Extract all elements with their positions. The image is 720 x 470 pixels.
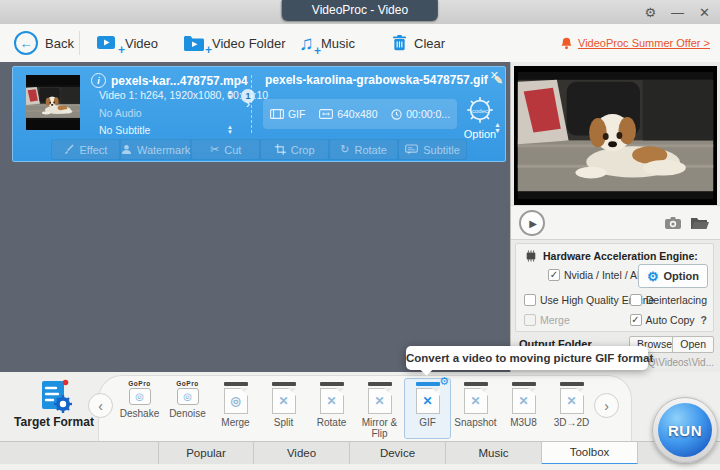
tab-crop[interactable]: Crop	[261, 140, 328, 159]
top-toolbar: ← Back + Video + Video Folder ♫ + Music …	[0, 24, 720, 63]
add-video-button[interactable]: + Video	[96, 24, 158, 62]
gopro-camera-icon: ◎	[129, 388, 151, 405]
subtitle-icon	[405, 144, 418, 155]
settings-gear-icon[interactable]: ⚙	[644, 5, 656, 20]
auto-copy-help[interactable]: ?	[701, 314, 707, 326]
output-info-pill: GIF 640x480 00:00:0...	[263, 99, 457, 129]
gif-tooltip: Convert a video to moving picture GIF fo…	[406, 346, 648, 370]
add-music-button[interactable]: ♫ + Music	[299, 24, 355, 62]
output-file-name: pexels-karolina-grabowska-5478757.gif	[265, 73, 488, 87]
scissors-icon: ✂	[210, 144, 219, 155]
video-track-spinner[interactable]: ▲▼	[227, 90, 233, 100]
bell-icon	[560, 36, 573, 51]
subtitle-track-info: No Subtitle	[99, 124, 150, 136]
open-button[interactable]: Open	[672, 336, 714, 353]
tool-gif[interactable]: ⚙ ✕ GIF	[404, 378, 451, 439]
merge-label: Merge	[540, 314, 570, 326]
effect-brush-icon	[63, 144, 74, 155]
resolution-group: 640x480	[319, 108, 377, 120]
edit-tab-strip: Effect Watermark ✂ Cut Crop ↻ Rotate Sub…	[51, 139, 467, 160]
tool-denoise[interactable]: GoPro ◎ Denoise	[164, 378, 211, 439]
watermark-person-icon	[121, 144, 132, 155]
tool-3d-2d[interactable]: ✕ 3D→2D	[548, 378, 595, 439]
tool-snapshot[interactable]: ✕ Snapshot	[452, 378, 499, 439]
clear-label: Clear	[414, 36, 445, 51]
add-video-folder-button[interactable]: + Video Folder	[183, 24, 285, 62]
preview-controls: ▶	[511, 205, 720, 240]
tools-page-icon: ✕	[272, 388, 296, 414]
chevron-right-icon: ›	[246, 97, 250, 111]
audio-track-info: No Audio	[99, 107, 142, 119]
deinterlacing-checkbox-row[interactable]: Deinterlacing	[630, 294, 707, 306]
tab-music[interactable]: Music	[446, 442, 542, 465]
source-output-divider	[251, 75, 252, 133]
gpu-checkbox[interactable]	[548, 269, 560, 281]
subtitle-track-spinner[interactable]: ▲▼	[227, 125, 233, 135]
tab-subtitle[interactable]: Subtitle	[399, 140, 466, 159]
info-icon[interactable]: i	[91, 73, 106, 88]
tab-toolbox[interactable]: Toolbox	[542, 442, 638, 465]
trash-icon	[392, 34, 407, 52]
clear-button[interactable]: Clear	[392, 24, 445, 62]
rename-pencil-icon[interactable]: ✎	[494, 74, 503, 87]
minimize-icon[interactable]: —	[671, 5, 684, 20]
target-format-button[interactable]: Target Format	[12, 377, 96, 429]
tab-device[interactable]: Device	[350, 442, 446, 465]
auto-copy-checkbox[interactable]	[630, 314, 642, 326]
back-button[interactable]: ← Back	[14, 24, 74, 62]
output-duration: 00:00:0...	[406, 108, 450, 120]
title-bar: VideoProc - Video ⚙ — ✕	[0, 0, 720, 25]
tab-effect[interactable]: Effect	[52, 140, 119, 159]
hw-option-button[interactable]: ⚙ Option	[638, 264, 708, 288]
scroll-left-button[interactable]: ‹	[88, 393, 113, 418]
run-button[interactable]: RUN	[652, 397, 718, 463]
deinterlacing-label: Deinterlacing	[646, 294, 707, 306]
film-icon	[270, 109, 284, 119]
crop-icon	[275, 144, 286, 155]
tool-deshake[interactable]: GoPro ◎ Deshake	[116, 378, 163, 439]
codec-gear-icon: codec	[463, 93, 497, 127]
tool-rotate[interactable]: ✕ Rotate	[308, 378, 355, 439]
merge-page-icon: ◎	[224, 388, 248, 414]
summer-offer-link[interactable]: VideoProc Summer Offer >	[560, 24, 710, 62]
source-file-name: pexels-kar...478757.mp4	[111, 74, 248, 88]
auto-copy-checkbox-row[interactable]: Auto Copy ?	[630, 314, 707, 326]
tab-popular[interactable]: Popular	[158, 442, 254, 465]
tools-page-icon: ✕	[560, 388, 584, 414]
close-icon[interactable]: ✕	[699, 5, 710, 20]
option-gear-icon: ⚙	[647, 270, 659, 283]
scroll-right-button[interactable]: ›	[594, 393, 619, 418]
tab-cut[interactable]: ✂ Cut	[192, 140, 259, 159]
play-button[interactable]: ▶	[519, 210, 545, 236]
tool-mirror-flip[interactable]: ✕ Mirror & Flip	[356, 378, 403, 439]
media-list-area: ✕ i pexels-kar...478757.mp4 Video 1: h26…	[0, 62, 510, 372]
reorder-arrows[interactable]: ▲▼	[494, 122, 501, 134]
output-format: GIF	[288, 108, 306, 120]
media-file-card[interactable]: ✕ i pexels-kar...478757.mp4 Video 1: h26…	[12, 66, 506, 162]
deinterlacing-checkbox[interactable]	[630, 294, 642, 306]
tools-page-icon: ✕	[368, 388, 392, 414]
output-resolution: 640x480	[337, 108, 377, 120]
tab-video[interactable]: Video	[254, 442, 350, 465]
chip-icon	[524, 250, 538, 262]
tools-page-icon: ✕	[416, 388, 440, 414]
hw-option-label: Option	[664, 270, 699, 282]
bottom-strip	[0, 464, 720, 470]
svg-text:codec: codec	[472, 108, 488, 114]
tab-rotate[interactable]: ↻ Rotate	[330, 140, 397, 159]
tools-page-icon: ✕	[464, 388, 488, 414]
tool-m3u8[interactable]: ✕ M3U8	[500, 378, 547, 439]
open-folder-icon[interactable]	[690, 216, 710, 230]
snapshot-camera-icon[interactable]	[664, 216, 682, 230]
preview-image	[514, 66, 717, 205]
tab-watermark[interactable]: Watermark	[121, 140, 190, 159]
tool-split[interactable]: ✕ Split	[260, 378, 307, 439]
window-title: VideoProc - Video	[282, 0, 438, 21]
tool-merge[interactable]: ◎ Merge	[212, 378, 259, 439]
rotate-icon: ↻	[340, 144, 349, 155]
summer-offer-label: VideoProc Summer Offer >	[578, 37, 710, 49]
high-quality-checkbox[interactable]	[524, 294, 536, 306]
add-video-folder-label: Video Folder	[212, 36, 285, 51]
merge-checkbox-row: Merge	[524, 314, 570, 326]
merge-checkbox	[524, 314, 536, 326]
